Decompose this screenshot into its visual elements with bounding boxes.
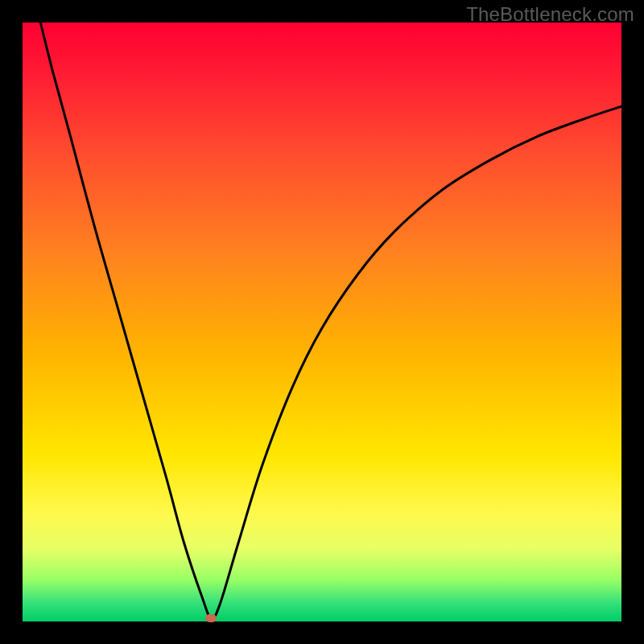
plot-area — [23, 23, 621, 621]
bottleneck-curve-path — [40, 23, 621, 618]
minimum-marker — [205, 614, 217, 622]
curve-svg — [23, 23, 621, 621]
chart-frame: TheBottleneck.com — [0, 0, 644, 644]
